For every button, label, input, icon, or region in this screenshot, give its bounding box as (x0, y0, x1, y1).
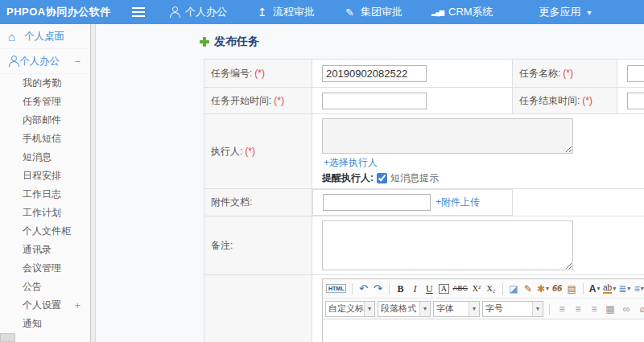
html-source-button[interactable]: HTML (325, 281, 348, 296)
sidebar-item-my-attendance[interactable]: 我的考勤 (0, 74, 90, 93)
highlight-color-button[interactable]: ab▾ (602, 281, 617, 296)
eraser-button[interactable]: ◪ (507, 281, 521, 296)
sidebar-item-contacts[interactable]: 通讯录 (0, 241, 90, 259)
attachment-input[interactable] (323, 194, 431, 211)
sidebar-item-personal-file-cabinet[interactable]: 个人文件柜 (0, 222, 90, 241)
unordered-list-button[interactable]: ≡▾ (632, 281, 644, 296)
required-mark: (*) (254, 68, 265, 79)
attachment-label: 附件文档: (211, 196, 252, 208)
paint-format-button[interactable]: ✱▾ (536, 281, 550, 296)
unlink-button[interactable]: ⌀ (636, 301, 644, 316)
task-no-input[interactable] (322, 65, 427, 82)
sidebar-item-notification[interactable]: 通知 (0, 315, 90, 333)
font-border-button[interactable]: A (437, 281, 451, 296)
plus-icon (200, 37, 209, 47)
align-right-button[interactable]: ≡ (588, 301, 601, 316)
font-color-button[interactable]: A▾ (588, 281, 601, 296)
sidebar-item-personal-settings[interactable]: 个人设置 + (0, 296, 90, 315)
superscript-button[interactable]: X² (470, 281, 484, 296)
link-button[interactable]: ∞ (620, 301, 634, 316)
form-row-task-no: 任务编号:(*) 任务名称:(*) (204, 60, 644, 88)
underline-button[interactable]: U (423, 281, 436, 296)
start-time-input[interactable] (322, 93, 427, 109)
sidebar-item-meeting-management[interactable]: 会议管理 (0, 259, 90, 278)
expand-toggle-icon: − (74, 56, 80, 68)
sidebar-item-work-log[interactable]: 工作日志 (0, 185, 90, 204)
sidebar-item-task-management[interactable]: 任务管理 (0, 93, 90, 111)
custom-title-select[interactable]: 自定义标题▾ (325, 301, 375, 317)
sidebar-item-announcement[interactable]: 公告 (0, 278, 90, 296)
sms-tip-checkbox[interactable] (377, 173, 387, 183)
caret-down-icon: ▾ (532, 302, 543, 316)
topmenu-label: 个人办公 (185, 5, 227, 19)
paste-button[interactable]: ▤ (565, 281, 579, 296)
toolbar-separator (502, 283, 503, 295)
caret-down-icon: ▾ (613, 285, 616, 292)
task-no-label: 任务编号: (211, 68, 252, 79)
align-center-button[interactable]: ≡ (572, 301, 585, 316)
sidebar-item-mobile-sms[interactable]: 手机短信 (0, 130, 90, 148)
required-mark: (*) (563, 68, 573, 79)
executor-textarea[interactable] (322, 118, 573, 154)
topmenu-label: 流程审批 (273, 5, 315, 19)
page-title-text: 发布任务 (214, 35, 259, 49)
topmenu-more-apps[interactable]: 更多应用 ▾ (511, 0, 603, 24)
required-mark: (*) (274, 95, 284, 106)
sidebar-item-schedule[interactable]: 日程安排 (0, 167, 90, 185)
editor-content-area[interactable] (323, 319, 644, 342)
home-icon (8, 30, 21, 43)
topmenu-group-approval[interactable]: 集团审批 (332, 0, 420, 24)
topmenu-crm-system[interactable]: CRM系统 (420, 0, 511, 24)
sidebar-item-personal-office[interactable]: 个人办公 − (0, 49, 90, 74)
rich-text-editor: HTML↶↷BIUAABCX²X₂◪✎✱▾66▤A▾ab▾≣▾≡▾▢ 自定义标题… (322, 278, 644, 342)
choose-executor-link[interactable]: +选择执行人 (324, 157, 378, 168)
font-family-select[interactable]: 字体▾ (433, 301, 480, 317)
ordered-list-button[interactable]: ≣▾ (617, 281, 631, 296)
remark-label: 备注: (211, 240, 233, 251)
topmenu-label: 集团审批 (361, 5, 402, 19)
caret-down-icon: ▾ (469, 302, 479, 316)
caret-down-icon: ▾ (597, 285, 600, 292)
sidebar-resize-divider[interactable] (90, 24, 96, 342)
app-logo: PHPOA协同办公软件 (0, 5, 127, 19)
strikethrough-button[interactable]: ABC (452, 281, 469, 296)
editor-toolbar-row2: 自定义标题▾段落格式▾字体▾字号▾ ≡≡≡▦∞⌀ (323, 299, 644, 319)
topmenu-label: CRM系统 (448, 5, 493, 19)
remind-executor-label: 提醒执行人: (322, 171, 374, 185)
form-row-executor: 执行人:(*) +选择执行人 提醒执行人: 短消息提示 (204, 114, 644, 189)
bold-button[interactable]: B (394, 281, 407, 296)
align-justify-button[interactable]: ▦ (604, 301, 617, 316)
paragraph-format-select[interactable]: 段落格式▾ (378, 301, 431, 317)
font-size-select[interactable]: 字号▾ (482, 301, 543, 317)
required-mark: (*) (245, 146, 255, 157)
hamburger-menu-icon[interactable] (132, 11, 145, 13)
format-brush-button[interactable]: ✎ (522, 281, 535, 296)
topmenu-process-approval[interactable]: 流程审批 (245, 0, 332, 24)
align-left-button[interactable]: ≡ (555, 301, 569, 316)
attachment-upload-link[interactable]: +附件上传 (436, 194, 480, 211)
task-name-input[interactable] (627, 65, 644, 82)
sidebar-item-short-message[interactable]: 短消息 (0, 148, 90, 167)
remark-textarea[interactable] (322, 220, 573, 270)
caret-down-icon: ▾ (588, 8, 592, 17)
sidebar-item-personal-desktop[interactable]: 个人桌面 (0, 24, 90, 49)
end-time-input[interactable] (627, 93, 644, 109)
topmenu-personal-office[interactable]: 个人办公 (158, 0, 245, 24)
process-icon (256, 6, 268, 19)
toolbar-separator (583, 283, 584, 295)
subscript-button[interactable]: X₂ (485, 281, 498, 296)
publish-task-form: 任务编号:(*) 任务名称:(*) 任务开始时间:(*) 任务结束时间:(*) … (204, 59, 644, 342)
topmenu-label: 更多应用 (539, 5, 581, 19)
chart-icon (431, 6, 444, 19)
undo-button[interactable]: ↶ (357, 281, 370, 296)
top-menu: 个人办公 流程审批 集团审批 CRM系统 更多应用 ▾ (158, 0, 603, 24)
toolbar-separator (389, 283, 390, 295)
sms-tip-label: 短消息提示 (390, 171, 439, 185)
italic-button[interactable]: I (408, 281, 422, 296)
toolbar-separator (352, 283, 353, 295)
blockquote-button[interactable]: 66 (551, 281, 564, 296)
redo-button[interactable]: ↷ (371, 281, 385, 296)
horizontal-scrollbar[interactable] (0, 333, 15, 342)
sidebar-item-work-plan[interactable]: 工作计划 (0, 204, 90, 222)
sidebar-item-internal-mail[interactable]: 内部邮件 (0, 111, 90, 130)
